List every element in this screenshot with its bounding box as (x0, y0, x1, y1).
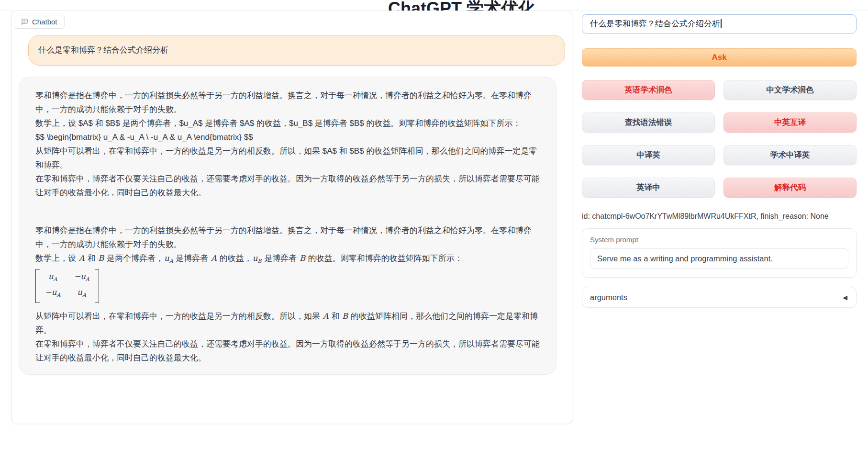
right-panel: 什么是零和博弈？结合公式介绍分析 Ask 英语学术润色 中文学术润色 查找语法错… (582, 14, 857, 308)
system-prompt-label: System prompt (590, 236, 848, 244)
button-zh-to-en[interactable]: 中译英 (582, 145, 715, 165)
system-prompt-group: System prompt Serve me as a writing and … (582, 228, 857, 278)
question-input[interactable]: 什么是零和博弈？结合公式介绍分析 (582, 14, 857, 34)
chat-bubble-icon (21, 18, 28, 25)
chatbot-label-chip: Chatbot (15, 15, 65, 29)
text-caret (721, 19, 722, 28)
user-message-text: 什么是零和博弈？结合公式介绍分析 (38, 45, 168, 55)
ask-button[interactable]: Ask (582, 48, 857, 67)
question-input-value: 什么是零和博弈？结合公式介绍分析 (590, 19, 720, 28)
status-line: id: chatcmpl-6wOo7KrYTwMl89lbrMWRu4UkFFX… (582, 212, 857, 221)
button-chinese-academic-polish[interactable]: 中文学术润色 (723, 80, 857, 100)
bot-message-bubble: 零和博弈是指在博弈中，一方的利益损失必然等于另一方的利益增益。换言之，对于每一种… (19, 77, 556, 375)
system-prompt-value: Serve me as a writing and programming as… (597, 254, 773, 263)
user-message-bubble: 什么是零和博弈？结合公式介绍分析 (28, 35, 565, 66)
prompt-buttons-grid: 英语学术润色 中文学术润色 查找语法错误 中英互译 中译英 学术中译英 英译中 … (582, 80, 857, 198)
button-find-grammar-errors[interactable]: 查找语法错误 (582, 112, 715, 133)
arguments-label: arguments (590, 293, 627, 302)
collapse-arrow-icon: ◀ (843, 294, 847, 301)
chatbot-label: Chatbot (32, 18, 57, 26)
bot-message: 零和博弈是指在博弈中，一方的利益损失必然等于另一方的利益增益。换言之，对于每一种… (35, 89, 540, 365)
button-academic-zh-to-en[interactable]: 学术中译英 (723, 145, 857, 165)
arguments-accordion[interactable]: arguments ◀ (582, 287, 857, 308)
button-english-academic-polish[interactable]: 英语学术润色 (582, 80, 715, 100)
system-prompt-input[interactable]: Serve me as a writing and programming as… (590, 248, 848, 269)
button-explain-code[interactable]: 解释代码 (723, 178, 857, 198)
chatbot-panel: Chatbot 什么是零和博弈？结合公式介绍分析 零和博弈是指在博弈中，一方的利… (11, 11, 572, 424)
button-en-to-zh[interactable]: 英译中 (582, 178, 715, 198)
button-zh-en-mutual-translate[interactable]: 中英互译 (723, 112, 857, 133)
